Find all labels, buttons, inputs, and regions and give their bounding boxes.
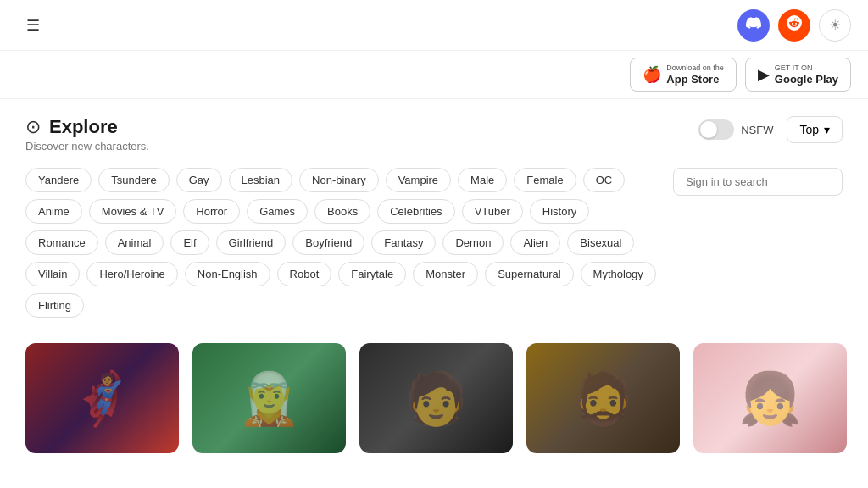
- tag-non-english[interactable]: Non-English: [185, 262, 270, 286]
- explore-header: ⊙ Explore Discover new characters. NSFW …: [25, 116, 843, 152]
- google-play-button[interactable]: ▶ GET IT ON Google Play: [745, 58, 851, 92]
- theme-toggle-button[interactable]: ☀: [819, 9, 851, 42]
- search-area: [673, 168, 843, 196]
- nsfw-toggle-track[interactable]: [698, 119, 734, 140]
- top-dropdown-label: Top: [799, 123, 819, 136]
- character-card-2[interactable]: 🧝: [192, 343, 346, 453]
- app-store-small-text: Download on the: [666, 64, 724, 73]
- card-figure-5: 👧: [738, 369, 802, 429]
- app-store-button[interactable]: 🍎 Download on the App Store: [630, 58, 737, 92]
- character-card-4[interactable]: 🧔: [526, 343, 680, 453]
- reddit-button[interactable]: [778, 9, 810, 42]
- tag-oc[interactable]: OC: [583, 168, 626, 192]
- tag-non-binary[interactable]: Non-binary: [299, 168, 379, 192]
- cards-row: 🦸🧝🧑🧔👧: [25, 343, 843, 453]
- tag-mythology[interactable]: Mythology: [581, 262, 656, 286]
- sun-icon: ☀: [829, 17, 841, 33]
- explore-subtitle: Discover new characters.: [25, 140, 149, 152]
- discord-button[interactable]: [737, 9, 770, 42]
- store-row: 🍎 Download on the App Store ▶ GET IT ON …: [0, 51, 868, 99]
- tag-horror[interactable]: Horror: [183, 199, 240, 224]
- filters-row: YandereTsundereGayLesbianNon-binaryVampi…: [25, 168, 843, 335]
- nav-left: ☰: [17, 9, 49, 42]
- tag-games[interactable]: Games: [247, 199, 308, 224]
- tags-container: YandereTsundereGayLesbianNon-binaryVampi…: [25, 168, 659, 318]
- tag-gay[interactable]: Gay: [176, 168, 222, 192]
- tag-flirting[interactable]: Flirting: [25, 293, 84, 318]
- nsfw-toggle[interactable]: NSFW: [698, 119, 773, 140]
- character-card-3[interactable]: 🧑: [359, 343, 513, 453]
- character-card-5[interactable]: 👧: [693, 343, 847, 453]
- tag-movies---tv[interactable]: Movies & TV: [89, 199, 176, 224]
- tag-romance[interactable]: Romance: [25, 230, 98, 255]
- tag-history[interactable]: History: [530, 199, 589, 224]
- tag-villain[interactable]: Villain: [25, 262, 80, 286]
- card-inner-1: 🦸: [25, 343, 179, 453]
- search-input[interactable]: [673, 168, 843, 196]
- card-figure-3: 🧑: [404, 369, 468, 429]
- google-play-small-text: GET IT ON: [775, 64, 813, 73]
- card-figure-1: 🦸: [70, 369, 134, 429]
- tag-yandere[interactable]: Yandere: [25, 168, 92, 192]
- google-play-name: Google Play: [775, 73, 838, 86]
- tag-animal[interactable]: Animal: [105, 230, 164, 255]
- nsfw-label: NSFW: [741, 124, 773, 136]
- tag-elf[interactable]: Elf: [170, 230, 209, 255]
- discord-icon: [746, 15, 761, 35]
- tag-alien[interactable]: Alien: [510, 230, 560, 255]
- hamburger-icon: ☰: [26, 16, 40, 35]
- header-controls: NSFW Top ▾: [698, 116, 843, 143]
- app-store-name: App Store: [666, 73, 719, 86]
- navbar: ☰ ☀: [0, 0, 868, 51]
- nsfw-toggle-thumb: [700, 121, 717, 138]
- tag-bisexual[interactable]: Bisexual: [567, 230, 634, 255]
- tag-girlfriend[interactable]: Girlfriend: [216, 230, 287, 255]
- tag-lesbian[interactable]: Lesbian: [229, 168, 293, 192]
- tag-celebrities[interactable]: Celebrities: [377, 199, 454, 224]
- tag-tsundere[interactable]: Tsundere: [98, 168, 169, 192]
- tag-hero-heroine[interactable]: Hero/Heroine: [86, 262, 177, 286]
- tag-robot[interactable]: Robot: [277, 262, 332, 286]
- tag-books[interactable]: Books: [314, 199, 370, 224]
- card-figure-4: 🧔: [571, 369, 635, 429]
- tag-monster[interactable]: Monster: [413, 262, 478, 286]
- hamburger-button[interactable]: ☰: [17, 9, 49, 42]
- tag-anime[interactable]: Anime: [25, 199, 82, 224]
- reddit-icon: [787, 15, 802, 35]
- chevron-down-icon: ▾: [824, 123, 830, 136]
- character-card-1[interactable]: 🦸: [25, 343, 179, 453]
- explore-title-row: ⊙ Explore: [25, 116, 149, 138]
- tag-female[interactable]: Female: [514, 168, 576, 192]
- tags-section: YandereTsundereGayLesbianNon-binaryVampi…: [25, 168, 659, 335]
- card-inner-3: 🧑: [359, 343, 513, 453]
- top-dropdown-button[interactable]: Top ▾: [787, 116, 843, 143]
- tag-male[interactable]: Male: [458, 168, 507, 192]
- card-inner-2: 🧝: [192, 343, 346, 453]
- tag-boyfriend[interactable]: Boyfriend: [292, 230, 364, 255]
- card-inner-5: 👧: [693, 343, 847, 453]
- tag-fantasy[interactable]: Fantasy: [371, 230, 436, 255]
- tag-demon[interactable]: Demon: [442, 230, 504, 255]
- tag-vtuber[interactable]: VTuber: [462, 199, 523, 224]
- main-content: ⊙ Explore Discover new characters. NSFW …: [0, 99, 868, 453]
- card-inner-4: 🧔: [526, 343, 680, 453]
- explore-title-section: ⊙ Explore Discover new characters.: [25, 116, 149, 152]
- apple-icon: 🍎: [643, 65, 661, 84]
- tag-vampire[interactable]: Vampire: [386, 168, 451, 192]
- explore-title: Explore: [49, 116, 118, 138]
- card-figure-2: 🧝: [237, 369, 301, 429]
- google-play-icon: ▶: [758, 65, 770, 84]
- tag-fairytale[interactable]: Fairytale: [338, 262, 406, 286]
- tag-supernatural[interactable]: Supernatural: [485, 262, 573, 286]
- explore-icon: ⊙: [25, 116, 41, 138]
